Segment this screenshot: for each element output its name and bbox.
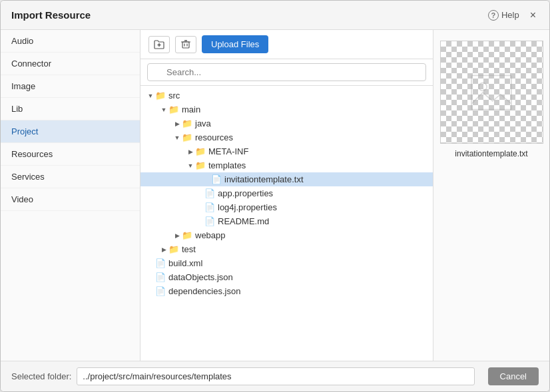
tree-item-main[interactable]: 📁 main bbox=[140, 102, 433, 116]
item-label-meta-inf: META-INF bbox=[208, 146, 248, 156]
chevron-resources bbox=[172, 133, 182, 142]
sidebar-item-audio[interactable]: Audio bbox=[1, 30, 140, 53]
item-label-dataobjects: dataObjects.json bbox=[168, 272, 233, 282]
item-label-dependencies: dependencies.json bbox=[168, 286, 240, 296]
item-label-log4j: log4j.properties bbox=[218, 202, 277, 212]
preview-panel: invitationtemplate.txt bbox=[433, 30, 549, 361]
tree-item-invitationtemplate[interactable]: 📄 invitationtemplate.txt bbox=[140, 172, 433, 186]
chevron-src bbox=[146, 91, 155, 100]
title-bar: Import Resource ? Help × bbox=[1, 1, 549, 30]
item-label-test: test bbox=[182, 244, 196, 254]
tree-item-java[interactable]: 📁 java bbox=[140, 116, 433, 130]
title-right: ? Help × bbox=[488, 9, 539, 22]
sidebar: Audio Connector Image Lib Project Resour… bbox=[1, 30, 140, 361]
bottom-bar: Selected folder: Cancel bbox=[1, 361, 549, 391]
new-folder-button[interactable] bbox=[148, 36, 170, 53]
import-resource-dialog: Import Resource ? Help × Audio Connector… bbox=[0, 0, 550, 392]
file-icon-dataobjects: 📄 bbox=[155, 272, 166, 282]
folder-icon-src: 📁 bbox=[155, 91, 166, 100]
chevron-main bbox=[159, 105, 168, 114]
search-input[interactable] bbox=[147, 63, 426, 81]
folder-icon-test: 📁 bbox=[168, 244, 179, 254]
tree-item-src[interactable]: 📁 src bbox=[140, 89, 433, 102]
file-icon-log4j: 📄 bbox=[204, 202, 215, 212]
search-wrapper: 🔍 bbox=[147, 63, 426, 81]
preview-filename: invitationtemplate.txt bbox=[455, 149, 527, 158]
item-label-templates: templates bbox=[208, 160, 246, 170]
item-label-resources: resources bbox=[195, 132, 233, 142]
selected-folder-label: Selected folder: bbox=[11, 371, 71, 381]
chevron-meta-inf bbox=[186, 147, 195, 156]
delete-button[interactable] bbox=[175, 36, 196, 53]
tree-item-test[interactable]: 📁 test bbox=[140, 242, 433, 256]
item-label-invitationtemplate: invitationtemplate.txt bbox=[224, 174, 304, 184]
sidebar-item-resources[interactable]: Resources bbox=[1, 143, 140, 166]
bottom-left: Selected folder: bbox=[11, 367, 483, 385]
chevron-webapp bbox=[172, 231, 182, 240]
file-icon-app: 📄 bbox=[204, 188, 215, 198]
help-button[interactable]: ? Help bbox=[488, 10, 519, 21]
tree-item-log4j[interactable]: 📄 log4j.properties bbox=[140, 200, 433, 214]
selected-folder-input[interactable] bbox=[77, 367, 474, 385]
file-icon-build: 📄 bbox=[155, 258, 166, 268]
tree-item-app-properties[interactable]: 📄 app.properties bbox=[140, 186, 433, 200]
svg-rect-2 bbox=[182, 42, 189, 48]
dialog-title: Import Resource bbox=[11, 9, 91, 21]
chevron-java bbox=[172, 119, 182, 128]
sidebar-item-video[interactable]: Video bbox=[1, 188, 140, 211]
item-label-main: main bbox=[182, 104, 200, 114]
close-button[interactable]: × bbox=[527, 9, 539, 22]
file-icon-dependencies: 📄 bbox=[155, 286, 166, 296]
item-label-src: src bbox=[168, 91, 180, 100]
search-bar: 🔍 bbox=[140, 59, 433, 86]
folder-icon-meta-inf: 📁 bbox=[195, 146, 206, 156]
tree-item-build-xml[interactable]: 📄 build.xml bbox=[140, 256, 433, 270]
folder-icon-resources: 📁 bbox=[182, 132, 192, 142]
tree-item-meta-inf[interactable]: 📁 META-INF bbox=[140, 144, 433, 158]
sidebar-item-image[interactable]: Image bbox=[1, 75, 140, 98]
help-label: Help bbox=[501, 10, 519, 20]
cancel-button[interactable]: Cancel bbox=[488, 367, 539, 385]
item-label-build-xml: build.xml bbox=[168, 258, 202, 268]
chevron-test bbox=[159, 245, 168, 254]
tree-item-webapp[interactable]: 📁 webapp bbox=[140, 228, 433, 242]
file-icon-invitationtemplate: 📄 bbox=[211, 174, 222, 184]
sidebar-item-services[interactable]: Services bbox=[1, 166, 140, 188]
preview-placeholder-svg bbox=[468, 73, 515, 112]
svg-point-8 bbox=[479, 83, 487, 91]
folder-icon-templates: 📁 bbox=[195, 160, 206, 170]
file-panel: Upload Files 🔍 📁 src bbox=[140, 30, 433, 361]
folder-icon-java: 📁 bbox=[182, 118, 192, 128]
chevron-templates bbox=[186, 161, 195, 170]
toolbar: Upload Files bbox=[140, 30, 433, 59]
folder-icon-webapp: 📁 bbox=[182, 230, 192, 240]
new-folder-icon bbox=[154, 39, 164, 50]
tree-item-templates[interactable]: 📁 templates bbox=[140, 158, 433, 172]
sidebar-item-lib[interactable]: Lib bbox=[1, 98, 140, 120]
item-label-readme: README.md bbox=[218, 216, 269, 226]
tree-item-resources[interactable]: 📁 resources bbox=[140, 130, 433, 144]
delete-icon bbox=[180, 39, 191, 50]
svg-rect-7 bbox=[471, 75, 511, 109]
tree-item-dependencies[interactable]: 📄 dependencies.json bbox=[140, 284, 433, 298]
item-label-app-properties: app.properties bbox=[218, 188, 273, 198]
file-icon-readme: 📄 bbox=[204, 216, 215, 226]
main-content: Audio Connector Image Lib Project Resour… bbox=[1, 30, 549, 361]
tree-item-dataobjects[interactable]: 📄 dataObjects.json bbox=[140, 270, 433, 284]
item-label-webapp: webapp bbox=[195, 230, 226, 240]
sidebar-item-connector[interactable]: Connector bbox=[1, 53, 140, 75]
help-icon: ? bbox=[488, 10, 499, 21]
item-label-java: java bbox=[195, 118, 211, 128]
preview-image bbox=[440, 41, 543, 144]
tree-item-readme[interactable]: 📄 README.md bbox=[140, 214, 433, 228]
upload-files-button[interactable]: Upload Files bbox=[202, 35, 268, 53]
folder-icon-main: 📁 bbox=[168, 104, 179, 114]
file-tree: 📁 src 📁 main 📁 java bbox=[140, 86, 433, 361]
sidebar-item-project[interactable]: Project bbox=[1, 120, 140, 143]
